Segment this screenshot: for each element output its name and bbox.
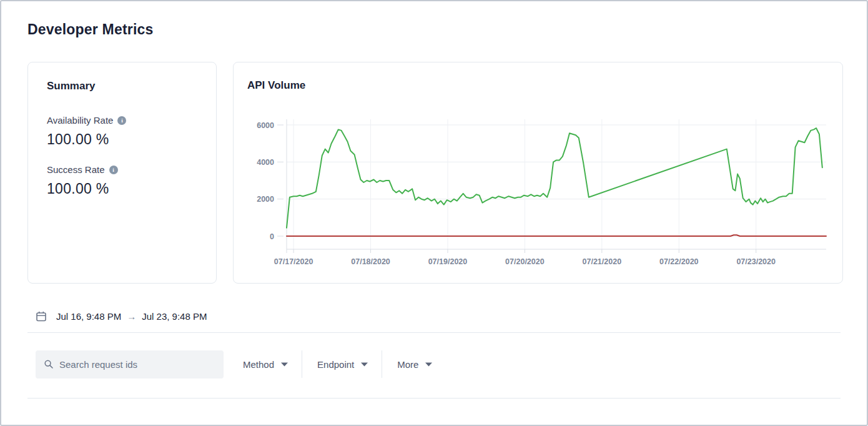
api-volume-chart: 020004000600007/17/202007/18/202007/19/2… (247, 117, 831, 267)
method-filter-label: Method (243, 359, 274, 370)
info-icon[interactable]: i (117, 116, 126, 125)
divider (27, 332, 841, 333)
info-icon[interactable]: i (109, 166, 118, 174)
search-request-ids-input[interactable] (59, 359, 215, 370)
page-title: Developer Metrics (27, 21, 841, 38)
svg-text:4000: 4000 (257, 158, 274, 167)
search-icon (44, 360, 53, 369)
more-filter-dropdown[interactable]: More (397, 359, 432, 370)
divider (27, 398, 841, 399)
success-rate-metric: Success Rate i 100.00 % (47, 164, 197, 197)
svg-text:07/22/2020: 07/22/2020 (659, 257, 699, 266)
svg-text:2000: 2000 (257, 195, 274, 204)
arrow-right-icon: → (127, 311, 136, 322)
date-range-picker[interactable]: Jul 16, 9:48 PM → Jul 23, 9:48 PM (27, 309, 841, 324)
divider (302, 350, 302, 378)
availability-rate-value: 100.00 % (47, 131, 197, 148)
api-volume-title: API Volume (247, 79, 831, 92)
svg-text:07/23/2020: 07/23/2020 (736, 257, 776, 266)
summary-card: Summary Availability Rate i 100.00 % Suc… (27, 62, 217, 284)
more-filter-label: More (397, 359, 418, 370)
filter-row: Method Endpoint More (27, 350, 841, 379)
chevron-down-icon (281, 362, 288, 367)
cards-row: Summary Availability Rate i 100.00 % Suc… (27, 62, 841, 284)
svg-text:6000: 6000 (257, 121, 274, 130)
svg-text:07/21/2020: 07/21/2020 (583, 257, 622, 266)
svg-text:07/18/2020: 07/18/2020 (351, 257, 390, 266)
success-rate-label: Success Rate (47, 164, 105, 175)
success-rate-value: 100.00 % (47, 181, 197, 197)
calendar-icon (36, 311, 46, 322)
divider (382, 350, 382, 378)
date-range-start: Jul 16, 9:48 PM (56, 311, 121, 322)
dashboard-frame: Developer Metrics Summary Availability R… (0, 0, 868, 426)
search-box (36, 350, 224, 379)
svg-text:07/20/2020: 07/20/2020 (505, 257, 545, 266)
chevron-down-icon (361, 362, 368, 367)
chevron-down-icon (425, 362, 432, 367)
svg-text:07/17/2020: 07/17/2020 (274, 257, 313, 266)
endpoint-filter-dropdown[interactable]: Endpoint (317, 359, 368, 370)
summary-card-title: Summary (47, 80, 197, 92)
svg-text:07/19/2020: 07/19/2020 (428, 257, 468, 266)
endpoint-filter-label: Endpoint (317, 359, 354, 370)
api-volume-card: API Volume 020004000600007/17/202007/18/… (233, 62, 843, 284)
svg-text:0: 0 (270, 232, 274, 241)
method-filter-dropdown[interactable]: Method (243, 359, 288, 370)
availability-rate-label: Availability Rate (47, 115, 113, 126)
date-range-end: Jul 23, 9:48 PM (142, 311, 207, 322)
availability-rate-metric: Availability Rate i 100.00 % (47, 115, 197, 148)
